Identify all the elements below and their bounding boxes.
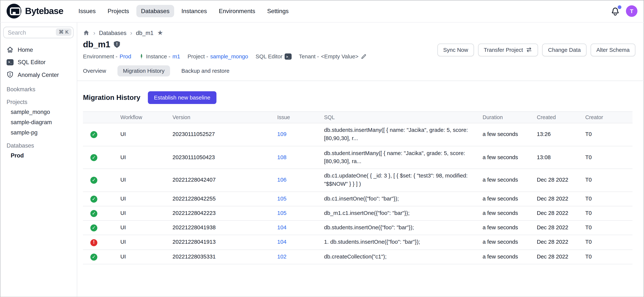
bytebase-brand[interactable]: Bytebase (6, 4, 63, 19)
tab-migration-history[interactable]: Migration History (118, 65, 170, 76)
bytebase-logo-icon (6, 4, 21, 19)
shield-icon (6, 71, 14, 78)
issue-link[interactable]: 109 (277, 131, 286, 137)
instance-link[interactable]: m1 (172, 54, 180, 60)
meta-environment: Environment - Prod (83, 54, 131, 60)
version-cell: 20230111050423 (172, 146, 277, 169)
meta-sql-editor[interactable]: SQL Editor >_ (256, 54, 291, 60)
topnav-item-instances[interactable]: Instances (177, 5, 211, 17)
bookmark-star-icon[interactable]: ★ (157, 29, 163, 36)
environment-link[interactable]: Prod (120, 54, 132, 60)
creator-cell: T0 (585, 206, 632, 220)
alter-schema-button[interactable]: Alter Schema (590, 43, 636, 56)
migration-row[interactable]: UI 20221228042255 105 db.c1.insertOne({"… (83, 191, 632, 206)
issue-link[interactable]: 108 (277, 154, 286, 160)
topnav-item-databases[interactable]: Databases (136, 5, 174, 17)
home-icon[interactable] (83, 29, 90, 36)
sidebar-item-label: SQL Editor (18, 59, 46, 65)
migration-row[interactable]: UI 20221228042407 106 db.c1.updateOne( {… (83, 169, 632, 191)
sidebar-item-home[interactable]: Home (0, 43, 77, 56)
created-column-header: Created (537, 112, 585, 123)
breadcrumb-db-m1[interactable]: db_m1 (136, 29, 154, 36)
version-cell: 20221228041913 (172, 235, 277, 249)
sidebar-project-sample-pg[interactable]: sample-pg (0, 127, 77, 137)
sidebar-item-label: Home (18, 46, 33, 53)
sidebar-project-sample-mongo[interactable]: sample_mongo (0, 106, 77, 117)
sql-editor-terminal-icon: >_ (284, 54, 291, 60)
workflow-cell: UI (120, 206, 172, 220)
version-cell: 20221228042407 (172, 169, 277, 191)
duration-cell: a few seconds (482, 169, 537, 191)
issue-link[interactable]: 104 (277, 224, 286, 231)
creator-cell: T0 (585, 191, 632, 206)
sidebar-item-sql-editor[interactable]: >_ SQL Editor (0, 56, 77, 68)
sidebar-database-prod[interactable]: Prod (0, 150, 77, 160)
duration-cell: a few seconds (482, 235, 537, 249)
created-cell: Dec 28 2022 (537, 191, 585, 206)
notifications-button[interactable] (611, 7, 620, 16)
sql-cell: db_m1.c1.insertOne({"foo": "bar"}); (324, 206, 482, 220)
creator-cell: T0 (585, 169, 632, 191)
migration-row[interactable]: UI 20221228035331 102 db.createCollectio… (83, 249, 632, 264)
sql-cell: db.createCollection("c1"); (324, 249, 482, 264)
sync-now-button[interactable]: Sync Now (438, 43, 474, 56)
tab-overview[interactable]: Overview (83, 65, 106, 76)
sidebar-section-bookmarks: Bookmarks (0, 81, 77, 94)
creator-cell: T0 (585, 146, 632, 169)
duration-cell: a few seconds (482, 191, 537, 206)
migration-row[interactable]: UI 20221228041913 104 1. db.students.ins… (83, 235, 632, 249)
workflow-cell: UI (120, 235, 172, 249)
created-cell: 13:26 (537, 123, 585, 146)
sidebar-item-label: Anomaly Center (18, 71, 59, 78)
migration-row[interactable]: UI 20221228042223 105 db_m1.c1.insertOne… (83, 206, 632, 220)
top-navigation: Issues Projects Databases Instances Envi… (74, 5, 293, 17)
issue-link[interactable]: 104 (277, 239, 286, 245)
sql-cell: db.students.insertMany([ { name: "Jacika… (324, 123, 482, 146)
topnav-item-settings[interactable]: Settings (262, 5, 293, 17)
command-key-icon: ⌘ (59, 29, 64, 35)
topnav-item-environments[interactable]: Environments (214, 5, 260, 17)
version-cell: 20221228042255 (172, 191, 277, 206)
migration-row[interactable]: UI 20230111050423 108 db.student.insertM… (83, 146, 632, 169)
notification-dot (618, 6, 622, 9)
migration-status-icon (90, 224, 97, 231)
sql-cell: db.students.insertOne({"foo": "bar"}); (324, 220, 482, 235)
topnav-item-issues[interactable]: Issues (74, 5, 100, 17)
sidebar: ⌘ K Home >_ SQL Editor (0, 23, 77, 297)
version-cell: 20221228041938 (172, 220, 277, 235)
duration-cell: a few seconds (482, 249, 537, 264)
duration-cell: a few seconds (482, 123, 537, 146)
sidebar-item-anomaly-center[interactable]: Anomaly Center (0, 68, 77, 81)
version-cell: 20221228042223 (172, 206, 277, 220)
establish-baseline-button[interactable]: Establish new baseline (148, 91, 216, 104)
edit-pencil-icon[interactable] (360, 54, 367, 60)
issue-link[interactable]: 106 (277, 177, 286, 183)
duration-cell: a few seconds (482, 206, 537, 220)
mongodb-leaf-icon (139, 53, 144, 60)
topbar: Bytebase Issues Projects Databases Insta… (0, 0, 644, 23)
breadcrumb-databases[interactable]: Databases (99, 29, 126, 36)
user-avatar[interactable]: T (626, 6, 638, 17)
project-link[interactable]: sample_mongo (210, 54, 248, 60)
database-tabs: Overview Migration History Backup and re… (83, 65, 636, 76)
page-actions: Sync Now Transfer Project Change Data Al… (438, 43, 636, 56)
issue-link[interactable]: 105 (277, 210, 286, 216)
workflow-cell: UI (120, 146, 172, 169)
migration-row[interactable]: UI 20230111052527 109 db.students.insert… (83, 123, 632, 146)
sidebar-project-sample-diagram[interactable]: sample-diagram (0, 117, 77, 127)
topnav-item-projects[interactable]: Projects (103, 5, 134, 17)
change-data-button[interactable]: Change Data (542, 43, 586, 56)
issue-link[interactable]: 102 (277, 253, 286, 260)
migration-status-icon (90, 177, 97, 184)
created-cell: Dec 28 2022 (537, 235, 585, 249)
migration-status-icon (90, 253, 97, 260)
brand-title: Bytebase (25, 6, 63, 17)
tab-backup-and-restore[interactable]: Backup and restore (181, 65, 229, 76)
migration-row[interactable]: UI 20221228041938 104 db.students.insert… (83, 220, 632, 235)
version-cell: 20221228035331 (172, 249, 277, 264)
created-cell: Dec 28 2022 (537, 169, 585, 191)
issue-link[interactable]: 105 (277, 195, 286, 202)
created-cell: Dec 28 2022 (537, 206, 585, 220)
topbar-right: T (611, 6, 638, 17)
transfer-project-button[interactable]: Transfer Project (478, 43, 538, 56)
